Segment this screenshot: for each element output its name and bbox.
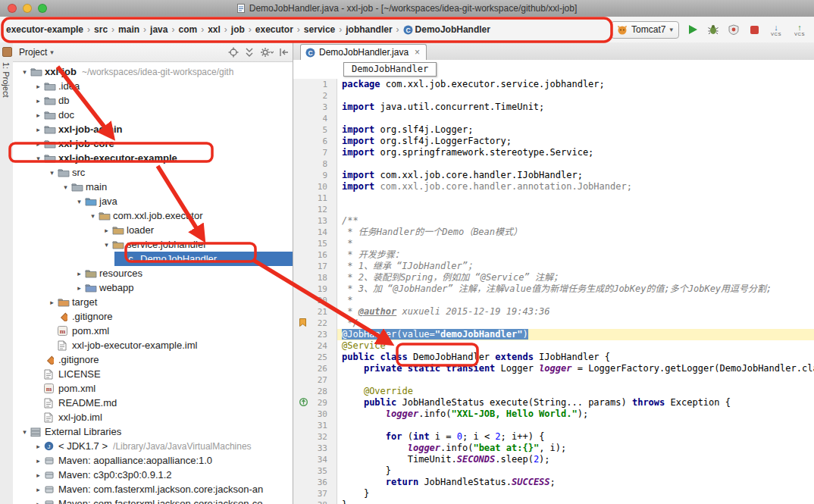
expand-arrow-icon[interactable]: ▸ [33, 443, 44, 450]
svg-text:J: J [48, 443, 51, 450]
expand-arrow-icon[interactable]: ▸ [33, 83, 44, 90]
expand-arrow-icon[interactable]: ▸ [33, 140, 44, 148]
breadcrumb-tag[interactable]: DemoJobHandler [343, 62, 437, 77]
tree-item-idea[interactable]: ▸.idea [13, 79, 293, 93]
project-panel-title[interactable]: Project [19, 47, 47, 58]
tree-item-xxl-job-core[interactable]: ▸xxl-job-core [13, 136, 293, 151]
vcs-commit-button[interactable]: ↑ VCS [791, 23, 808, 36]
minimize-button[interactable] [23, 4, 32, 13]
zoom-button[interactable] [38, 4, 47, 13]
gutter: 10 [293, 181, 337, 193]
gutter: 35 [293, 465, 337, 477]
crumb-executor-example[interactable]: executor-example [4, 23, 86, 36]
debug-button[interactable] [706, 23, 720, 36]
crumb-demojobhandler[interactable]: CDemoJobHandler [401, 23, 493, 36]
line-number: 1 [322, 80, 327, 89]
code-text: import org.slf4j.Logger; [337, 124, 814, 136]
coverage-button[interactable] [727, 23, 740, 36]
tree-item-java[interactable]: ▾java [13, 194, 293, 208]
hide-panel-icon[interactable] [279, 47, 290, 58]
locate-icon[interactable] [228, 47, 239, 58]
expand-arrow-icon[interactable]: ▾ [74, 198, 85, 205]
tree-item-src[interactable]: ▾src [13, 165, 293, 180]
tree-item-maven-c3p0-c3p0-0-9-1-2[interactable]: ▸Maven: c3p0:c3p0:0.9.1.2 [13, 468, 293, 482]
tree-item-com-xxl-job-executor[interactable]: ▾com.xxl.job.executor [13, 208, 293, 223]
tree-item-maven-com-fasterxml-jackson-core-jackson-an[interactable]: ▸Maven: com.fasterxml.jackson.core:jacks… [13, 482, 293, 496]
stop-button[interactable] [747, 23, 761, 36]
tree-item-maven-aopalliance-aopalliance-1-0[interactable]: ▸Maven: aopalliance:aopalliance:1.0 [13, 453, 293, 468]
close-tab-icon[interactable]: × [415, 47, 420, 58]
crumb-job[interactable]: job [229, 23, 247, 36]
tree-item-demojobhandler[interactable]: CDemoJobHandler [13, 252, 293, 266]
expand-arrow-icon[interactable]: ▸ [33, 457, 44, 465]
tree-item-resources[interactable]: ▸resources [13, 266, 293, 280]
tree-item-label: db [58, 95, 69, 106]
run-configuration-select[interactable]: Tomcat7 ▾ [611, 21, 679, 39]
override-icon[interactable] [299, 398, 308, 406]
tree-item-license[interactable]: LICENSE [13, 367, 293, 381]
expand-arrow-icon[interactable]: ▾ [60, 183, 71, 191]
code-editor[interactable]: 1package com.xxl.job.executor.service.jo… [293, 79, 814, 504]
crumb-java[interactable]: java [148, 23, 170, 36]
title-bar: DemoJobHandler.java - xxl-job - [~/works… [0, 0, 814, 17]
expand-arrow-icon[interactable]: ▾ [101, 241, 112, 249]
tree-item-pom-xml[interactable]: mpom.xml [13, 381, 293, 396]
bookmark-icon[interactable] [299, 318, 306, 327]
close-button[interactable] [8, 4, 17, 13]
expand-arrow-icon[interactable]: ▸ [33, 471, 44, 479]
crumb-xxl[interactable]: xxl [205, 23, 223, 36]
expand-arrow-icon[interactable]: ▾ [33, 155, 44, 162]
vcs-update-button[interactable]: ↓ VCS [768, 23, 784, 36]
settings-gear-icon[interactable] [260, 47, 274, 58]
library-icon [44, 484, 57, 494]
tree-item-readme-md[interactable]: README.md [13, 396, 293, 410]
crumb-com[interactable]: com [176, 23, 199, 36]
tree-item-webapp[interactable]: ▸webapp [13, 280, 293, 295]
expand-arrow-icon[interactable]: ▸ [46, 299, 58, 306]
code-text: import org.slf4j.LoggerFactory; [337, 136, 814, 147]
class-icon: C [126, 254, 139, 264]
expand-arrow-icon[interactable]: ▸ [33, 500, 44, 504]
run-button[interactable] [686, 23, 700, 36]
code-text: import com.xxl.job.core.handler.IJobHand… [337, 170, 814, 181]
tree-item-main[interactable]: ▾main [13, 180, 293, 194]
expand-arrow-icon[interactable]: ▸ [74, 270, 85, 277]
crumb-executor[interactable]: executor [253, 23, 296, 36]
tree-item-gitignore[interactable]: .gitignore [13, 309, 293, 324]
tree-item-target[interactable]: ▸target [13, 295, 293, 309]
expand-arrow-icon[interactable]: ▾ [46, 169, 58, 177]
editor-tab[interactable]: C DemoJobHandler.java × [300, 44, 427, 60]
crumb-src[interactable]: src [92, 23, 110, 36]
tree-item-xxl-job-admin[interactable]: ▸xxl-job-admin [13, 122, 293, 136]
expand-arrow-icon[interactable]: ▸ [33, 111, 44, 119]
expand-arrow-icon[interactable]: ▸ [33, 486, 44, 493]
tree-item-loader[interactable]: ▸loader [13, 223, 293, 237]
project-toolwindow-button[interactable]: 1: Project [2, 62, 11, 97]
collapse-all-icon[interactable] [244, 47, 255, 58]
expand-arrow-icon[interactable]: ▸ [74, 284, 85, 292]
expand-arrow-icon[interactable]: ▾ [87, 212, 99, 220]
tree-item-jdk1-7[interactable]: ▸J< JDK1.7 >/Library/Java/JavaVirtualMac… [13, 439, 293, 453]
tree-item-service-jobhandler[interactable]: ▾service.jobhandler [13, 237, 293, 252]
tree-item-doc[interactable]: ▸doc [13, 108, 293, 122]
tree-item-pom-xml[interactable]: mpom.xml [13, 324, 293, 338]
tree-item-xxl-job-executor-example[interactable]: ▾xxl-job-executor-example [13, 151, 293, 165]
expand-arrow-icon[interactable]: ▸ [101, 227, 112, 234]
tree-item-maven-com-fasterxml-jackson-core-jackson-co[interactable]: ▸Maven: com.fasterxml.jackson.core:jacks… [13, 496, 293, 504]
tree-item-external-libraries[interactable]: ▾External Libraries [13, 424, 293, 439]
tree-item-xxl-job[interactable]: ▾xxl-job~/workspaces/idea-git-workspace/… [13, 64, 293, 79]
tree-item-db[interactable]: ▸db [13, 93, 293, 108]
crumb-service[interactable]: service [302, 23, 337, 36]
expand-arrow-icon[interactable]: ▸ [33, 126, 44, 133]
tree-item-xxl-job-executor-example-iml[interactable]: xxl-job-executor-example.iml [13, 338, 293, 352]
expand-arrow-icon[interactable]: ▾ [19, 68, 30, 76]
tree-item-xxl-job-iml[interactable]: xxl-job.iml [13, 410, 293, 424]
chevron-down-icon[interactable]: ▾ [50, 49, 54, 56]
crumb-main[interactable]: main [116, 23, 142, 36]
expand-arrow-icon[interactable]: ▾ [19, 428, 30, 436]
crumb-jobhandler[interactable]: jobhandler [343, 23, 394, 36]
gutter: 4 [293, 113, 337, 124]
tree-item-label: loader [127, 224, 154, 236]
expand-arrow-icon[interactable]: ▸ [33, 97, 44, 105]
tree-item-gitignore[interactable]: .gitignore [13, 352, 293, 367]
